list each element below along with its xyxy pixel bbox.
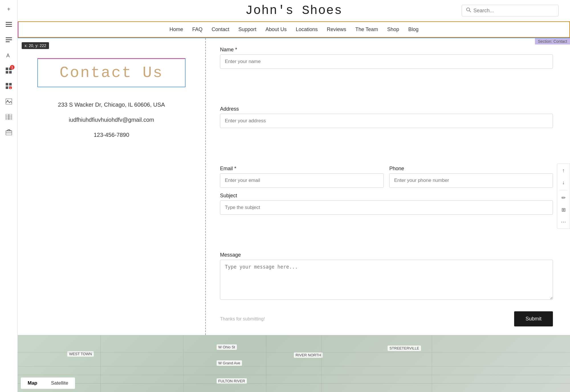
image-icon[interactable] [4, 97, 13, 106]
edit-button[interactable]: ✏ [559, 193, 568, 202]
header: John's Shoes [18, 0, 570, 21]
divider [559, 190, 567, 190]
email-phone-row: Email * Phone [220, 166, 553, 188]
svg-rect-12 [9, 83, 12, 86]
map-tabs: Map Satellite [21, 377, 75, 389]
nav-faq[interactable]: FAQ [192, 27, 202, 33]
contact-us-heading: Contact Us [49, 64, 174, 82]
nav-the-team[interactable]: The Team [355, 27, 378, 33]
left-column: x: 20, y: 222 Contact Us 233 S Wacker Dr… [18, 38, 206, 335]
svg-rect-5 [6, 41, 10, 42]
portfolio-icon[interactable] [4, 128, 13, 137]
plus-icon[interactable]: + [4, 5, 13, 14]
more-button[interactable]: ⋯ [559, 217, 568, 226]
phone-group: Phone [389, 166, 553, 188]
apps-icon[interactable]: 1 [4, 66, 13, 75]
svg-rect-0 [6, 22, 12, 23]
thanks-text: Thanks for submitting! [220, 316, 265, 322]
name-input[interactable] [220, 54, 553, 69]
contact-us-heading-wrapper: Contact Us [37, 58, 186, 87]
nav-bar-wrapper: Home FAQ Contact Support About Us Locati… [18, 21, 570, 38]
contact-section: Section: Contact Column 1 x: 20, y: 222 … [18, 38, 570, 335]
email-group: Email * [220, 166, 384, 188]
grid-button[interactable]: ⊞ [559, 205, 568, 214]
address-input[interactable] [220, 114, 553, 128]
map-content: WEST TOWN W Ohio St RIVER NORTH STREETER… [18, 335, 570, 392]
svg-rect-3 [6, 37, 12, 38]
svg-text:1: 1 [10, 87, 11, 90]
svg-rect-2 [6, 26, 12, 27]
search-icon [466, 7, 471, 14]
badge-1: 1 [10, 65, 15, 70]
nav-bar: Home FAQ Contact Support About Us Locati… [19, 22, 569, 37]
svg-text:A: A [6, 53, 10, 58]
nav-shop[interactable]: Shop [387, 27, 399, 33]
menu-icon[interactable] [4, 20, 13, 29]
name-label: Name * [220, 47, 553, 53]
coordinate-tag: x: 20, y: 222 [22, 42, 49, 49]
search-bar[interactable] [462, 5, 559, 17]
svg-rect-13 [6, 86, 8, 89]
svg-rect-4 [6, 39, 12, 40]
main-content: John's Shoes Home FAQ Contact Support Ab… [18, 0, 570, 392]
phone-label: Phone [389, 166, 553, 172]
contact-email: iudfhiuhdfiuvhuiohdfv@gmail.com [69, 117, 154, 123]
contact-info: 233 S Wacker Dr, Chicago, IL 60606, USA … [58, 101, 165, 138]
message-label: Message [220, 252, 553, 258]
nav-about-us[interactable]: About Us [266, 27, 287, 33]
message-group: Message [220, 252, 553, 306]
map-area: WEST TOWN W Ohio St RIVER NORTH STREETER… [18, 335, 570, 392]
scroll-up-button[interactable]: ↑ [559, 166, 568, 175]
message-input[interactable] [220, 260, 553, 300]
svg-rect-10 [9, 71, 12, 74]
email-input[interactable] [220, 173, 384, 188]
nav-blog[interactable]: Blog [408, 27, 419, 33]
contact-form: Name * Address Email * Phone [206, 38, 570, 335]
text-icon[interactable]: A [4, 51, 13, 60]
address-group: Address [220, 106, 553, 160]
svg-rect-11 [6, 83, 8, 86]
phone-input[interactable] [389, 173, 553, 188]
site-title: John's Shoes [245, 3, 343, 18]
subject-group: Subject [220, 193, 553, 247]
contact-address: 233 S Wacker Dr, Chicago, IL 60606, USA [58, 101, 165, 108]
svg-rect-1 [6, 24, 12, 25]
scroll-down-button[interactable]: ↓ [559, 178, 568, 187]
left-sidebar: + A 1 [0, 0, 18, 392]
svg-rect-9 [6, 71, 8, 74]
nav-home[interactable]: Home [169, 27, 183, 33]
map-tab-satellite[interactable]: Satellite [44, 377, 75, 389]
scroll-controls: ↑ ↓ ✏ ⊞ ⋯ [557, 163, 570, 229]
svg-rect-7 [6, 68, 8, 70]
subject-label: Subject [220, 193, 553, 199]
name-group: Name * [220, 47, 553, 101]
map-tab-map[interactable]: Map [21, 377, 44, 389]
submit-button[interactable]: Submit [514, 311, 553, 326]
address-label: Address [220, 106, 553, 112]
email-label: Email * [220, 166, 384, 172]
svg-point-25 [467, 8, 470, 11]
search-input[interactable] [473, 8, 554, 14]
nav-reviews[interactable]: Reviews [327, 27, 346, 33]
subject-input[interactable] [220, 200, 553, 215]
nav-contact[interactable]: Contact [212, 27, 229, 33]
contact-phone: 123-456-7890 [94, 132, 129, 138]
svg-line-26 [469, 11, 471, 12]
nav-locations[interactable]: Locations [296, 27, 318, 33]
nav-support[interactable]: Support [239, 27, 256, 33]
widgets-icon[interactable]: 1 [4, 82, 13, 91]
table-icon[interactable] [4, 112, 13, 121]
section-label: Section: Contact [535, 38, 570, 44]
list-icon[interactable] [4, 35, 13, 44]
